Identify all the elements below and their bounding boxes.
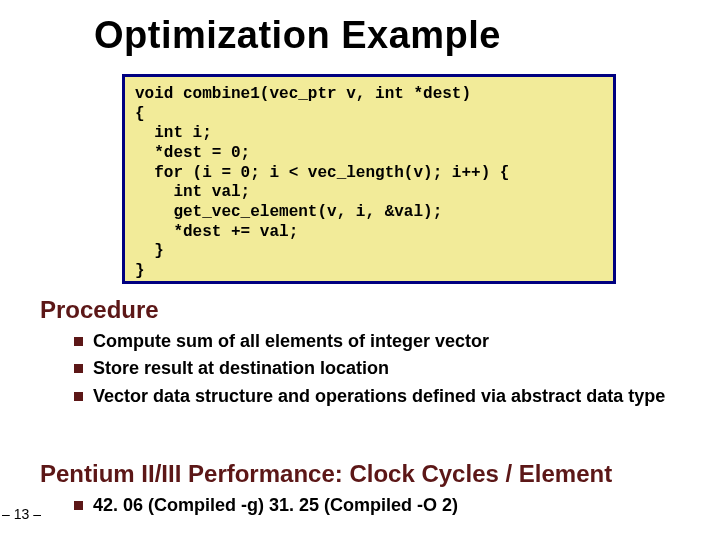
slide: Optimization Example void combine1(vec_p… [0,0,720,540]
bullet-list-performance: 42. 06 (Compiled -g) 31. 25 (Compiled -O… [74,494,704,521]
list-item-text: Compute sum of all elements of integer v… [93,330,704,353]
slide-title: Optimization Example [94,14,501,57]
list-item-text: Store result at destination location [93,357,704,380]
code-text: void combine1(vec_ptr v, int *dest) { in… [135,85,603,282]
code-block: void combine1(vec_ptr v, int *dest) { in… [122,74,616,284]
bullet-icon [74,501,83,510]
section-heading-procedure: Procedure [40,296,159,324]
bullet-icon [74,364,83,373]
bullet-list-procedure: Compute sum of all elements of integer v… [74,330,704,412]
list-item: 42. 06 (Compiled -g) 31. 25 (Compiled -O… [74,494,704,517]
list-item-text: 42. 06 (Compiled -g) 31. 25 (Compiled -O… [93,494,704,517]
list-item-text: Vector data structure and operations def… [93,385,704,408]
page-number: – 13 – [2,506,41,522]
bullet-icon [74,337,83,346]
bullet-icon [74,392,83,401]
list-item: Compute sum of all elements of integer v… [74,330,704,353]
list-item: Store result at destination location [74,357,704,380]
list-item: Vector data structure and operations def… [74,385,704,408]
section-heading-performance: Pentium II/III Performance: Clock Cycles… [40,460,612,488]
